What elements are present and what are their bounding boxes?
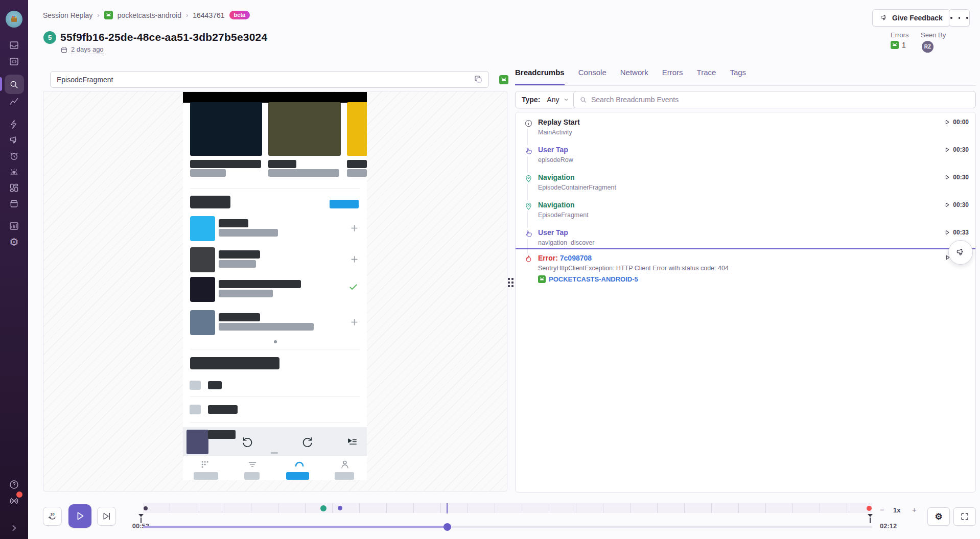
copy-icon[interactable] [473, 75, 483, 85]
sidebar-whats-new-icon[interactable] [0, 496, 28, 506]
timeline-tap-marker[interactable] [338, 506, 342, 510]
android-platform-icon [891, 41, 899, 49]
sidebar-releases-icon[interactable] [0, 198, 28, 209]
android-platform-icon [538, 275, 546, 283]
player-settings-button[interactable]: ⚙ [927, 507, 950, 526]
sidebar-insights-icon[interactable] [0, 221, 28, 231]
breadcrumb-session-replay[interactable]: Session Replay [43, 11, 92, 19]
wireframe-thumbnail [190, 277, 215, 302]
play-icon [944, 119, 950, 125]
chevron-right-icon: › [97, 11, 99, 19]
wireframe-button [330, 200, 359, 208]
wireframe-block [268, 169, 339, 177]
wireframe-block-active [286, 472, 309, 480]
replay-phone-mockup [183, 92, 367, 480]
megaphone-icon [880, 14, 888, 22]
event-timestamp[interactable]: 00:30 [944, 146, 969, 153]
page-indicator-dot [274, 340, 277, 343]
sidebar-stats-icon[interactable] [0, 96, 28, 107]
tab-tags[interactable]: Tags [730, 68, 746, 85]
more-options-button[interactable] [949, 9, 970, 27]
sidebar-search-icon[interactable] [0, 79, 28, 90]
sidebar-alerts-icon[interactable] [0, 167, 28, 177]
error-issue-link[interactable]: POCKETCASTS-ANDROID-5 [538, 275, 638, 283]
progress-bar[interactable] [143, 526, 872, 528]
sidebar-performance-icon[interactable] [0, 119, 28, 130]
type-filter-dropdown[interactable]: Type: Any [515, 91, 576, 108]
breadcrumb-project[interactable]: pocketcasts-android [118, 11, 181, 19]
errors-label: Errors [891, 31, 908, 39]
tab-console[interactable]: Console [578, 68, 606, 85]
errors-count: 1 [891, 41, 906, 49]
event-timestamp[interactable]: 00:30 [944, 201, 969, 208]
wireframe-block [335, 472, 354, 480]
play-icon [944, 202, 950, 208]
event-timestamp[interactable]: 00:00 [944, 119, 969, 126]
sidebar-dashboards-icon[interactable] [0, 182, 28, 193]
event-description: EpisodeContainerFragment [538, 184, 616, 191]
skip-back-icon [241, 435, 254, 451]
event-timestamp[interactable]: 00:33 [944, 229, 969, 236]
timeline-minimap[interactable] [143, 503, 872, 513]
event-row-navigation[interactable]: Navigation EpisodeFragment 00:30 [516, 198, 975, 225]
play-icon [944, 229, 950, 236]
timeline-start-marker[interactable] [144, 506, 148, 510]
wireframe-card [347, 102, 367, 156]
trim-handle-right[interactable] [867, 514, 873, 523]
wireframe-status-bar [183, 92, 367, 103]
wireframe-block [194, 472, 218, 480]
page-title: 55f9fb16-25de-48ce-aa51-3db27b5e3024 [60, 31, 267, 43]
wireframe-thumbnail [190, 247, 215, 272]
speed-increase-button[interactable]: + [912, 505, 917, 514]
tap-icon [523, 228, 534, 239]
org-avatar[interactable] [6, 11, 22, 28]
sidebar-help-icon[interactable] [0, 479, 28, 490]
timeline-navigation-marker[interactable] [320, 505, 326, 511]
tab-breadcrumbs[interactable]: Breadcrumbs [515, 68, 565, 85]
wireframe-block [219, 323, 314, 331]
tab-network[interactable]: Network [620, 68, 648, 85]
sidebar-issues-icon[interactable] [0, 40, 28, 51]
divider [190, 349, 360, 349]
wireframe-block [190, 196, 230, 208]
chevron-right-icon: › [186, 11, 188, 19]
event-row-navigation[interactable]: Navigation EpisodeContainerFragment 00:3… [516, 171, 975, 197]
speed-decrease-button[interactable]: − [880, 505, 884, 514]
event-row-error[interactable]: Error: 7c098708 SentryHttpClientExceptio… [516, 251, 975, 294]
give-feedback-label: Give Feedback [892, 14, 943, 22]
sidebar-settings-icon[interactable]: ⚙ [0, 237, 28, 247]
sidebar-replays-icon[interactable] [0, 151, 28, 161]
wireframe-block [208, 381, 222, 389]
skip-forward-icon [300, 435, 314, 451]
breadcrumb: Session Replay › pocketcasts-android › 1… [43, 11, 250, 19]
error-description: SentryHttpClientException: HTTP Client E… [538, 265, 729, 272]
replay-timestamp[interactable]: 2 days ago [60, 45, 104, 54]
sidebar-feedback-icon[interactable] [0, 135, 28, 146]
sidebar-collapse-icon[interactable] [0, 523, 28, 533]
dom-search-input[interactable] [50, 71, 489, 88]
calendar-icon [60, 46, 68, 54]
wireframe-block [190, 381, 201, 390]
sidebar: ⚙ [0, 0, 28, 539]
event-row-user-tap[interactable]: User Tap episodeRow 00:30 [516, 143, 975, 170]
replay-viewer[interactable] [43, 91, 507, 491]
event-timestamp[interactable]: 00:30 [944, 174, 969, 181]
rewind-10s-button[interactable]: 10 [43, 507, 62, 526]
tab-errors[interactable]: Errors [662, 68, 683, 85]
breadcrumb-search-input[interactable] [591, 96, 970, 104]
panel-resize-handle[interactable] [508, 278, 514, 289]
feedback-fab-button[interactable] [948, 240, 973, 265]
skip-to-end-button[interactable] [97, 507, 116, 526]
fire-icon [523, 253, 534, 265]
avatar[interactable]: RZ [922, 41, 934, 53]
play-button[interactable] [68, 504, 91, 528]
fullscreen-button[interactable] [953, 507, 976, 526]
error-id-link[interactable]: 7c098708 [560, 254, 592, 262]
trim-handle-left[interactable] [138, 514, 144, 523]
give-feedback-button[interactable]: Give Feedback [872, 9, 950, 27]
tab-trace[interactable]: Trace [697, 68, 716, 85]
event-row-replay-start[interactable]: Replay Start MainActivity 00:00 [516, 115, 975, 142]
timeline-error-marker[interactable] [867, 506, 872, 511]
sidebar-explore-icon[interactable] [0, 56, 28, 67]
progress-thumb[interactable] [444, 523, 451, 531]
